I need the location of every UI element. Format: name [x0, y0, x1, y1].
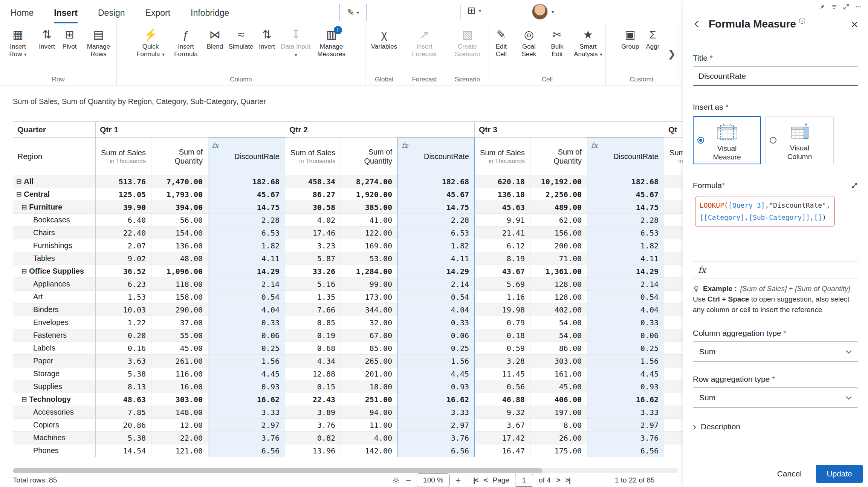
data-cell[interactable]: 20.86	[96, 419, 151, 432]
data-cell[interactable]: 1.56	[397, 355, 475, 368]
ribbon-button-group[interactable]: ▣Group	[619, 26, 641, 51]
data-cell[interactable]: 33.26	[285, 265, 341, 278]
ribbon-button-aggr[interactable]: ΣAggr	[642, 26, 664, 51]
data-cell[interactable]: 458.34	[285, 175, 341, 188]
data-cell[interactable]: 489.00	[530, 201, 587, 214]
data-cell[interactable]: 9.02	[96, 252, 151, 265]
data-cell[interactable]: 0.25	[397, 342, 475, 355]
data-cell[interactable]: 3.76	[587, 432, 664, 444]
discount-header-q1[interactable]: fxDiscountRate	[208, 138, 285, 175]
data-cell[interactable]: 4.11	[397, 252, 475, 265]
back-button[interactable]	[693, 20, 701, 28]
data-cell[interactable]: 71.00	[530, 252, 587, 265]
formula-text[interactable]: LOOKUP([Query 3],"DiscountRate",[[Catego…	[695, 196, 835, 227]
data-cell[interactable]: 53.00	[341, 252, 397, 265]
data-cell[interactable]: 303.00	[530, 355, 587, 368]
data-cell[interactable]: 0.68	[285, 342, 341, 355]
data-cell[interactable]: 4.04	[397, 303, 475, 316]
data-cell[interactable]: 36.52	[96, 265, 151, 278]
update-button[interactable]: Update	[816, 465, 863, 483]
data-cell[interactable]: 303.00	[151, 393, 208, 406]
data-cell[interactable]: 3.33	[208, 406, 285, 419]
data-cell[interactable]: 14.29	[208, 265, 285, 278]
row-label-central[interactable]: ⊟Central	[13, 188, 96, 201]
data-cell[interactable]: 37.00	[151, 316, 208, 329]
data-cell[interactable]: 11.45	[475, 368, 530, 380]
data-cell[interactable]: 1,361.00	[530, 265, 587, 278]
data-cell[interactable]: 0.54	[397, 291, 475, 303]
data-cell[interactable]: 45.67	[587, 188, 664, 201]
data-cell[interactable]: 1.56	[208, 355, 285, 368]
data-cell[interactable]: 2.14	[208, 278, 285, 291]
data-cell[interactable]: 3.28	[475, 355, 530, 368]
data-cell[interactable]: 128.00	[530, 278, 587, 291]
data-cell[interactable]: 5.87	[285, 252, 341, 265]
row-label-office-supplies[interactable]: ⊟Office Supplies	[13, 265, 96, 278]
data-cell[interactable]: 22.00	[151, 432, 208, 444]
region-header[interactable]: Region	[13, 138, 96, 175]
data-cell[interactable]: 182.68	[208, 175, 285, 188]
data-cell[interactable]: 0.25	[208, 342, 285, 355]
prev-page-button[interactable]: <	[483, 476, 487, 484]
data-cell[interactable]: 55.00	[151, 329, 208, 342]
data-cell[interactable]: 173.00	[341, 291, 397, 303]
data-cell[interactable]: 4.04	[208, 303, 285, 316]
data-cell[interactable]: 6.12	[475, 239, 530, 252]
data-cell[interactable]: 6.53	[397, 227, 475, 239]
data-cell[interactable]: 0.06	[587, 329, 664, 342]
focus-mode-icon[interactable]	[843, 4, 849, 10]
data-cell[interactable]: 0.93	[208, 380, 285, 393]
data-cell[interactable]: 6.53	[587, 227, 664, 239]
quarter-header-qtr-3[interactable]: Qtr 3	[475, 122, 664, 138]
filter-icon[interactable]	[831, 4, 837, 10]
data-cell[interactable]: 86.27	[285, 188, 341, 201]
data-cell[interactable]: 12.00	[151, 419, 208, 432]
data-cell[interactable]: 4.45	[397, 368, 475, 380]
data-cell[interactable]: 0.16	[96, 342, 151, 355]
data-cell[interactable]: 0.82	[285, 432, 341, 444]
collapse-icon[interactable]: ⊟	[21, 268, 27, 274]
data-cell[interactable]: 125.05	[96, 188, 151, 201]
data-cell[interactable]: 14.75	[587, 201, 664, 214]
scrollbar-thumb[interactable]	[13, 468, 542, 473]
data-cell[interactable]: 4.11	[587, 252, 664, 265]
data-cell[interactable]: 9.91	[475, 214, 530, 227]
data-cell[interactable]: 8.19	[475, 252, 530, 265]
data-cell[interactable]: 45.63	[475, 201, 530, 214]
discount-header-q2[interactable]: fxDiscountRate	[397, 138, 475, 175]
data-cell[interactable]: 3.76	[397, 432, 475, 444]
data-cell[interactable]: 2.97	[397, 419, 475, 432]
data-cell[interactable]: 5.38	[96, 432, 151, 444]
row-label-technology[interactable]: ⊟Technology	[13, 393, 96, 406]
data-cell[interactable]: 1.53	[96, 291, 151, 303]
data-cell[interactable]: 39.90	[96, 201, 151, 214]
ribbon-button-simulate[interactable]: ≈Simulate	[226, 26, 255, 51]
data-cell[interactable]: 201.00	[341, 368, 397, 380]
data-cell[interactable]: 3.23	[285, 239, 341, 252]
collapse-icon[interactable]: ⊟	[16, 178, 21, 185]
data-cell[interactable]: 200.00	[530, 239, 587, 252]
data-cell[interactable]: 45.00	[151, 342, 208, 355]
row-label-binders[interactable]: Binders	[13, 303, 96, 316]
title-input[interactable]: DiscountRate	[693, 66, 858, 86]
row-label-chairs[interactable]: Chairs	[13, 227, 96, 239]
account-menu[interactable]: ▾	[532, 4, 554, 20]
data-cell[interactable]: 0.18	[475, 329, 530, 342]
data-cell[interactable]: 54.00	[530, 316, 587, 329]
data-cell[interactable]: 1.22	[96, 316, 151, 329]
data-cell[interactable]: 16.47	[475, 444, 530, 457]
ribbon-button-edit-cell[interactable]: ✎Edit Cell	[489, 26, 513, 59]
data-cell[interactable]: 4.45	[208, 368, 285, 380]
data-cell[interactable]: 1.82	[397, 239, 475, 252]
data-cell[interactable]: 182.68	[397, 175, 475, 188]
quarter-header-partial[interactable]: Qt	[664, 122, 683, 138]
data-cell[interactable]: 7,470.00	[151, 175, 208, 188]
data-cell[interactable]: 2.14	[397, 278, 475, 291]
data-cell[interactable]: 14.54	[96, 444, 151, 457]
data-cell[interactable]: 45.00	[530, 380, 587, 393]
data-cell[interactable]: 16.62	[397, 393, 475, 406]
data-cell[interactable]: 175.00	[530, 444, 587, 457]
row-label-storage[interactable]: Storage	[13, 368, 96, 380]
visual-column-option[interactable]: Visual Column	[766, 116, 834, 164]
ribbon-button-manage-measures[interactable]: ▥1Manage Measures	[314, 26, 349, 59]
